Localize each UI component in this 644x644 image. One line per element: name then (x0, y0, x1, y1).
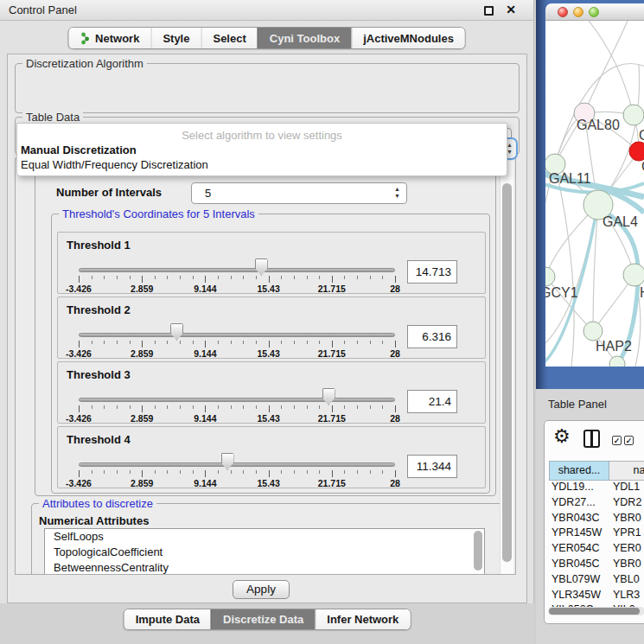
float-window-icon[interactable] (484, 6, 494, 16)
panel-scrollbar[interactable] (500, 161, 513, 574)
tick-mark (92, 470, 92, 474)
attribute-item[interactable]: BetweennessCentrality (45, 560, 484, 575)
table-row[interactable]: YBL079WYBL0 (549, 573, 644, 589)
table-cell[interactable]: YBR0 (609, 558, 644, 573)
number-of-intervals-combobox[interactable]: 5 ▲▼ (191, 182, 407, 204)
algorithm-option[interactable]: Manual Discretization (17, 143, 507, 157)
numerical-attributes-list[interactable]: SelfLoopsTopologicalCoefficientBetweenne… (44, 528, 485, 575)
scrollbar-thumb[interactable] (502, 183, 512, 562)
tick-mark (92, 405, 92, 409)
tab-discretize-data[interactable]: Discretize Data (211, 609, 315, 629)
table-cell[interactable]: YER0 (609, 542, 644, 558)
threshold-value-field[interactable]: 11.344 (407, 455, 457, 478)
node-h-partial[interactable] (623, 264, 644, 286)
table-cell[interactable]: YBL079W (549, 573, 609, 589)
tab-infer-network[interactable]: Infer Network (315, 609, 410, 629)
checkbox-checked-icon[interactable]: ✓ (612, 436, 622, 445)
scrollbar-thumb[interactable] (549, 608, 640, 615)
threshold-label: Threshold 2 (67, 303, 131, 316)
table-cell[interactable]: YBR0 (609, 512, 644, 527)
tick-label: 15.43 (257, 284, 279, 294)
network-icon (80, 32, 91, 45)
slider-track[interactable] (79, 462, 395, 467)
tick-label: 9.144 (194, 284, 216, 294)
columns-icon[interactable] (583, 430, 600, 448)
table-row[interactable]: YPR145WYPR1 (549, 526, 644, 542)
gear-icon[interactable]: ⚙ (553, 425, 571, 448)
table-cell[interactable]: YDL1 (609, 481, 644, 496)
apply-button[interactable]: Apply (233, 580, 290, 599)
tick-mark (269, 405, 270, 412)
horizontal-scrollbar[interactable] (548, 607, 644, 615)
node-label-gcy1: GCY1 (545, 285, 578, 301)
slider-track[interactable] (79, 268, 395, 272)
table-row[interactable]: YBR043CYBR0 (549, 512, 644, 527)
table-cell[interactable]: YBR043C (549, 512, 609, 527)
threshold-value-field[interactable]: 14.713 (407, 260, 457, 284)
table-cell[interactable]: YPR145W (549, 526, 609, 542)
threshold-value-field[interactable]: 6.316 (407, 325, 457, 348)
tab-cyni-toolbox[interactable]: Cyni Toolbox (258, 28, 351, 48)
tick-mark (269, 341, 270, 348)
attribute-item[interactable]: TopologicalCoefficient (45, 545, 484, 560)
table-cell[interactable]: YBL0 (609, 573, 644, 589)
node-gcy1[interactable] (545, 267, 555, 286)
settings-scroll-panel: Interval Definition Number of Intervals … (15, 158, 516, 575)
node-label-gal4: GAL4 (603, 214, 638, 230)
table-row[interactable]: YDR27...YDR2 (549, 496, 644, 512)
tick-label: 21.715 (318, 478, 346, 488)
interval-definition-group: Interval Definition Number of Intervals … (35, 168, 496, 496)
table-cell[interactable]: YLR3 (609, 589, 644, 604)
table-cell[interactable]: YER054C (549, 542, 609, 558)
slider-track[interactable] (79, 333, 395, 337)
tab-jactivemnodules[interactable]: jActiveMNodules (351, 28, 465, 48)
combobox-value: 5 (205, 187, 211, 200)
table-row[interactable]: YDL19...YDL1 (549, 481, 644, 496)
number-of-intervals-label: Number of Intervals (56, 186, 162, 199)
table-cell[interactable]: YDR27... (549, 496, 609, 512)
column-header-name[interactable]: na (609, 461, 644, 481)
close-traffic-icon[interactable] (558, 7, 568, 17)
node-hap2[interactable] (583, 322, 603, 341)
table-cell[interactable]: YDL19... (549, 481, 609, 496)
tick-label: -3.426 (66, 413, 92, 424)
tab-network[interactable]: Network (68, 28, 150, 48)
algorithm-option[interactable]: Equal Width/Frequency Discretization (17, 157, 507, 172)
close-icon[interactable]: ✕ (506, 3, 516, 16)
column-header-shared-name[interactable]: shared... (549, 461, 609, 481)
checkbox-checked-icon[interactable]: ✓ (624, 436, 634, 445)
table-row[interactable]: YLR345WYLR3 (549, 589, 644, 604)
table-cell[interactable]: YBR045C (549, 558, 609, 573)
group-title: Threshold's Coordinates for 5 Intervals (59, 207, 258, 220)
tab-impute-data[interactable]: Impute Data (124, 609, 211, 629)
table-cell[interactable]: YPR1 (609, 526, 644, 542)
tick-mark (104, 470, 105, 474)
node-label-partial-low: H (640, 285, 644, 301)
list-scrollbar[interactable] (474, 531, 482, 571)
tab-label: Cyni Toolbox (270, 28, 340, 49)
table-cell[interactable]: YDR2 (609, 496, 644, 512)
table-cell[interactable]: YLR345W (549, 589, 609, 604)
slider-thumb[interactable] (322, 388, 335, 405)
table-row[interactable]: YBR045CYBR0 (549, 558, 644, 573)
spinner-arrows-icon: ▲▼ (394, 186, 400, 200)
slider-thumb[interactable] (221, 453, 234, 470)
zoom-traffic-icon[interactable] (589, 7, 599, 17)
node-partial-top[interactable] (623, 105, 644, 125)
tick-mark (243, 470, 244, 474)
node-red-selected[interactable] (629, 142, 644, 161)
network-canvas[interactable]: GAL80 GA C GAL11 GAL4 GCY1 H HAP2 (545, 21, 644, 367)
minimize-traffic-icon[interactable] (573, 7, 583, 17)
table-row[interactable]: YER054CYER0 (549, 542, 644, 558)
tick-mark (256, 341, 257, 344)
slider-track[interactable] (79, 398, 395, 402)
tab-select[interactable]: Select (201, 28, 257, 48)
top-tab-bar: Network Style Select Cyni Toolbox jActiv… (67, 27, 466, 49)
tab-style[interactable]: Style (150, 28, 201, 48)
tick-mark (395, 341, 396, 348)
threshold-value-field[interactable]: 21.4 (407, 390, 457, 413)
slider-thumb[interactable] (170, 323, 183, 341)
attribute-item[interactable]: SelfLoops (45, 529, 484, 545)
slider-thumb[interactable] (255, 258, 268, 276)
bottom-tab-bar: Impute Data Discretize Data Infer Networ… (124, 609, 411, 630)
